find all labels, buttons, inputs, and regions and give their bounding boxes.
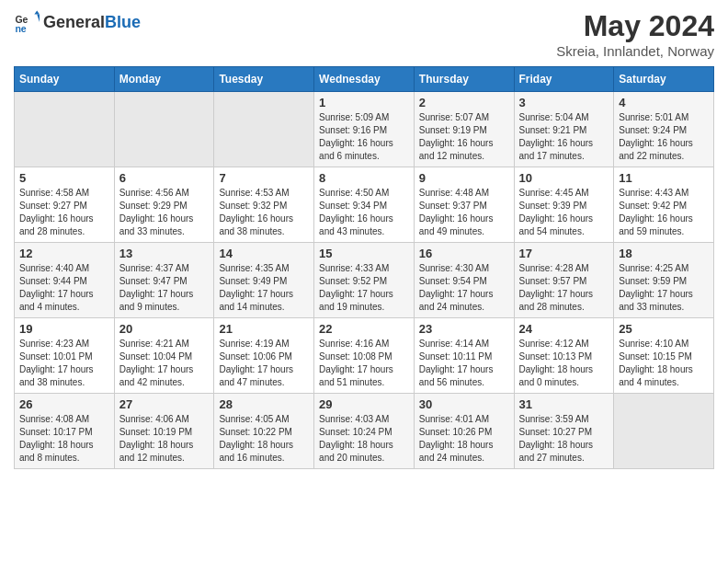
- day-info: Sunrise: 4:53 AM Sunset: 9:32 PM Dayligh…: [219, 187, 309, 238]
- calendar-cell: 23Sunrise: 4:14 AM Sunset: 10:11 PM Dayl…: [414, 318, 514, 394]
- calendar-week-row: 1Sunrise: 5:09 AM Sunset: 9:16 PM Daylig…: [15, 92, 714, 167]
- calendar-cell: 19Sunrise: 4:23 AM Sunset: 10:01 PM Dayl…: [15, 318, 115, 394]
- day-info: Sunrise: 4:50 AM Sunset: 9:34 PM Dayligh…: [319, 187, 409, 238]
- day-info: Sunrise: 4:25 AM Sunset: 9:59 PM Dayligh…: [619, 262, 709, 314]
- calendar-cell: 29Sunrise: 4:03 AM Sunset: 10:24 PM Dayl…: [314, 394, 415, 469]
- calendar-cell: 20Sunrise: 4:21 AM Sunset: 10:04 PM Dayl…: [114, 318, 214, 394]
- day-number: 29: [319, 397, 409, 411]
- calendar-cell: 17Sunrise: 4:28 AM Sunset: 9:57 PM Dayli…: [514, 243, 614, 318]
- day-number: 3: [519, 96, 609, 109]
- day-number: 16: [419, 247, 509, 260]
- calendar-cell: 13Sunrise: 4:37 AM Sunset: 9:47 PM Dayli…: [114, 243, 214, 318]
- calendar-cell: 12Sunrise: 4:40 AM Sunset: 9:44 PM Dayli…: [15, 243, 115, 318]
- day-number: 19: [19, 322, 109, 336]
- day-info: Sunrise: 4:21 AM Sunset: 10:04 PM Daylig…: [119, 338, 210, 389]
- calendar-cell: 25Sunrise: 4:10 AM Sunset: 10:15 PM Dayl…: [614, 318, 714, 394]
- day-number: 1: [319, 96, 409, 109]
- day-info: Sunrise: 5:07 AM Sunset: 9:19 PM Dayligh…: [419, 111, 509, 163]
- day-number: 30: [419, 397, 509, 411]
- calendar-cell: 1Sunrise: 5:09 AM Sunset: 9:16 PM Daylig…: [314, 92, 415, 167]
- day-number: 23: [419, 322, 509, 336]
- weekday-header-tuesday: Tuesday: [214, 67, 314, 92]
- day-info: Sunrise: 4:10 AM Sunset: 10:15 PM Daylig…: [619, 338, 709, 389]
- day-number: 25: [619, 322, 709, 336]
- calendar-cell: 8Sunrise: 4:50 AM Sunset: 9:34 PM Daylig…: [314, 167, 415, 243]
- day-info: Sunrise: 4:30 AM Sunset: 9:54 PM Dayligh…: [419, 262, 509, 314]
- day-info: Sunrise: 4:33 AM Sunset: 9:52 PM Dayligh…: [319, 262, 409, 314]
- calendar-cell: 10Sunrise: 4:45 AM Sunset: 9:39 PM Dayli…: [514, 167, 614, 243]
- svg-text:ne: ne: [15, 23, 26, 34]
- calendar-cell: [214, 92, 314, 167]
- calendar-cell: 11Sunrise: 4:43 AM Sunset: 9:42 PM Dayli…: [614, 167, 714, 243]
- calendar-cell: 27Sunrise: 4:06 AM Sunset: 10:19 PM Dayl…: [114, 394, 214, 469]
- day-info: Sunrise: 3:59 AM Sunset: 10:27 PM Daylig…: [519, 413, 609, 465]
- day-number: 9: [419, 171, 509, 185]
- day-info: Sunrise: 4:05 AM Sunset: 10:22 PM Daylig…: [219, 413, 309, 465]
- calendar-cell: [114, 92, 214, 167]
- day-number: 13: [119, 247, 210, 260]
- calendar-cell: 4Sunrise: 5:01 AM Sunset: 9:24 PM Daylig…: [614, 92, 714, 167]
- day-info: Sunrise: 4:19 AM Sunset: 10:06 PM Daylig…: [219, 338, 309, 389]
- day-number: 24: [519, 322, 609, 336]
- day-number: 7: [219, 171, 309, 185]
- day-number: 12: [19, 247, 109, 260]
- day-number: 11: [619, 171, 709, 185]
- day-info: Sunrise: 4:01 AM Sunset: 10:26 PM Daylig…: [419, 413, 509, 465]
- day-info: Sunrise: 4:12 AM Sunset: 10:13 PM Daylig…: [519, 338, 609, 389]
- logo-general: General: [43, 13, 105, 31]
- weekday-header-saturday: Saturday: [614, 67, 714, 92]
- month-year-title: May 2024: [556, 9, 714, 43]
- day-number: 22: [319, 322, 409, 336]
- calendar-cell: 24Sunrise: 4:12 AM Sunset: 10:13 PM Dayl…: [514, 318, 614, 394]
- calendar-cell: 31Sunrise: 3:59 AM Sunset: 10:27 PM Dayl…: [514, 394, 614, 469]
- day-info: Sunrise: 4:08 AM Sunset: 10:17 PM Daylig…: [19, 413, 109, 465]
- weekday-header-row: SundayMondayTuesdayWednesdayThursdayFrid…: [15, 67, 714, 92]
- calendar-cell: 9Sunrise: 4:48 AM Sunset: 9:37 PM Daylig…: [414, 167, 514, 243]
- calendar-cell: 15Sunrise: 4:33 AM Sunset: 9:52 PM Dayli…: [314, 243, 415, 318]
- svg-marker-3: [37, 15, 40, 22]
- calendar-cell: 2Sunrise: 5:07 AM Sunset: 9:19 PM Daylig…: [414, 92, 514, 167]
- day-number: 5: [19, 171, 109, 185]
- day-number: 28: [219, 397, 309, 411]
- logo-text: GeneralBlue: [43, 13, 141, 32]
- calendar-week-row: 5Sunrise: 4:58 AM Sunset: 9:27 PM Daylig…: [15, 167, 714, 243]
- logo-icon: Ge ne: [14, 9, 40, 35]
- calendar-cell: 22Sunrise: 4:16 AM Sunset: 10:08 PM Dayl…: [314, 318, 415, 394]
- day-info: Sunrise: 5:04 AM Sunset: 9:21 PM Dayligh…: [519, 111, 609, 163]
- calendar-cell: 6Sunrise: 4:56 AM Sunset: 9:29 PM Daylig…: [114, 167, 214, 243]
- calendar-cell: 7Sunrise: 4:53 AM Sunset: 9:32 PM Daylig…: [214, 167, 314, 243]
- svg-marker-2: [34, 10, 40, 14]
- calendar-cell: 3Sunrise: 5:04 AM Sunset: 9:21 PM Daylig…: [514, 92, 614, 167]
- day-number: 18: [619, 247, 709, 260]
- location-subtitle: Skreia, Innlandet, Norway: [556, 43, 714, 59]
- day-number: 14: [219, 247, 309, 260]
- weekday-header-friday: Friday: [514, 67, 614, 92]
- weekday-header-sunday: Sunday: [15, 67, 115, 92]
- weekday-header-thursday: Thursday: [414, 67, 514, 92]
- day-number: 8: [319, 171, 409, 185]
- day-info: Sunrise: 4:45 AM Sunset: 9:39 PM Dayligh…: [519, 187, 609, 238]
- calendar-cell: 14Sunrise: 4:35 AM Sunset: 9:49 PM Dayli…: [214, 243, 314, 318]
- day-info: Sunrise: 4:35 AM Sunset: 9:49 PM Dayligh…: [219, 262, 309, 314]
- calendar-cell: [15, 92, 115, 167]
- weekday-header-wednesday: Wednesday: [314, 67, 415, 92]
- day-info: Sunrise: 5:09 AM Sunset: 9:16 PM Dayligh…: [319, 111, 409, 163]
- day-number: 21: [219, 322, 309, 336]
- day-info: Sunrise: 4:56 AM Sunset: 9:29 PM Dayligh…: [119, 187, 210, 238]
- calendar-week-row: 26Sunrise: 4:08 AM Sunset: 10:17 PM Dayl…: [15, 394, 714, 469]
- day-number: 20: [119, 322, 210, 336]
- day-number: 6: [119, 171, 210, 185]
- day-number: 17: [519, 247, 609, 260]
- calendar-cell: 5Sunrise: 4:58 AM Sunset: 9:27 PM Daylig…: [15, 167, 115, 243]
- day-number: 31: [519, 397, 609, 411]
- calendar-cell: [614, 394, 714, 469]
- calendar-cell: 21Sunrise: 4:19 AM Sunset: 10:06 PM Dayl…: [214, 318, 314, 394]
- calendar-week-row: 12Sunrise: 4:40 AM Sunset: 9:44 PM Dayli…: [15, 243, 714, 318]
- day-number: 2: [419, 96, 509, 109]
- calendar-cell: 30Sunrise: 4:01 AM Sunset: 10:26 PM Dayl…: [414, 394, 514, 469]
- day-info: Sunrise: 4:40 AM Sunset: 9:44 PM Dayligh…: [19, 262, 109, 314]
- page-header: Ge ne GeneralBlue May 2024 Skreia, Innla…: [14, 9, 714, 59]
- day-info: Sunrise: 4:43 AM Sunset: 9:42 PM Dayligh…: [619, 187, 709, 238]
- logo: Ge ne GeneralBlue: [14, 9, 141, 35]
- day-info: Sunrise: 4:03 AM Sunset: 10:24 PM Daylig…: [319, 413, 409, 465]
